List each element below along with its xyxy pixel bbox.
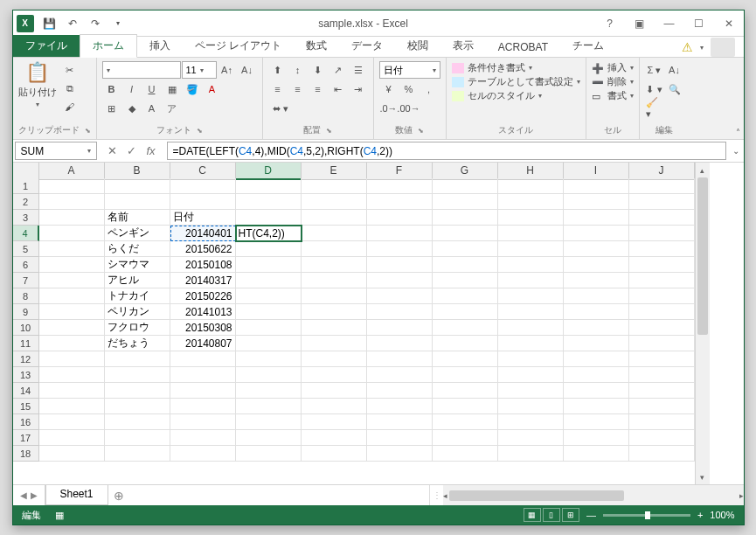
cell[interactable] <box>105 367 170 383</box>
align-top-icon[interactable]: ⬆ <box>268 61 288 79</box>
cell[interactable]: トナカイ <box>105 288 170 304</box>
find-icon[interactable]: 🔍 <box>665 80 684 98</box>
cut-icon[interactable]: ✂ <box>60 61 80 79</box>
cell[interactable]: 20150226 <box>170 288 236 304</box>
cell[interactable] <box>498 241 564 257</box>
decrease-font-icon[interactable]: A↓ <box>238 61 257 79</box>
cell[interactable] <box>367 210 433 226</box>
cell[interactable] <box>564 336 629 351</box>
cell[interactable] <box>629 273 695 288</box>
row-header[interactable]: 15 <box>13 399 39 414</box>
font-color-icon[interactable]: A <box>203 80 222 98</box>
column-header[interactable]: D <box>236 163 302 180</box>
cell[interactable] <box>367 194 433 210</box>
cell[interactable] <box>564 367 629 383</box>
cell[interactable] <box>433 336 498 351</box>
cell[interactable] <box>629 367 695 383</box>
cell[interactable] <box>629 210 695 226</box>
cell[interactable] <box>170 446 236 462</box>
cell[interactable] <box>367 383 433 399</box>
close-icon[interactable]: ✕ <box>714 13 744 34</box>
cell[interactable] <box>629 414 695 430</box>
cell[interactable] <box>498 351 564 367</box>
tab-acrobat[interactable]: ACROBAT <box>486 38 560 57</box>
cell[interactable] <box>629 320 695 336</box>
column-header[interactable]: E <box>302 163 367 180</box>
cell[interactable] <box>367 336 433 351</box>
cell[interactable] <box>302 194 367 210</box>
cell[interactable] <box>629 288 695 304</box>
zoom-level[interactable]: 100% <box>710 510 734 520</box>
column-header[interactable]: A <box>39 163 105 180</box>
cell[interactable] <box>629 336 695 351</box>
dialog-launcher-icon[interactable]: ⬊ <box>418 127 424 135</box>
cell[interactable] <box>564 178 629 194</box>
dialog-launcher-icon[interactable]: ⬊ <box>85 127 91 135</box>
currency-icon[interactable]: ¥ <box>379 80 399 98</box>
cell[interactable] <box>236 320 302 336</box>
cell[interactable] <box>367 320 433 336</box>
indent-increase-icon[interactable]: ⇥ <box>349 80 368 98</box>
row-header[interactable]: 11 <box>13 336 39 351</box>
cell[interactable]: ペンギン <box>105 226 170 241</box>
row-header[interactable]: 14 <box>13 383 39 399</box>
horizontal-scrollbar[interactable]: ◂ ▸ <box>443 485 743 505</box>
row-header[interactable]: 9 <box>13 304 39 320</box>
cell-styles-button[interactable]: セルのスタイル ▾ <box>452 89 580 102</box>
cell[interactable] <box>367 430 433 446</box>
scroll-thumb[interactable] <box>697 177 708 335</box>
scroll-up-icon[interactable]: ▴ <box>696 163 710 177</box>
cell[interactable] <box>367 367 433 383</box>
sheet-split-icon[interactable]: ⋮ <box>429 485 443 505</box>
borders-icon[interactable]: ⊞ <box>102 100 121 117</box>
cell[interactable] <box>39 241 105 257</box>
phonetic-icon[interactable]: ア <box>163 100 182 117</box>
cell[interactable] <box>39 430 105 446</box>
cell[interactable] <box>564 257 629 273</box>
cell[interactable] <box>564 399 629 414</box>
collapse-ribbon-icon[interactable]: ˄ <box>736 128 740 137</box>
cell[interactable] <box>236 304 302 320</box>
cell[interactable] <box>433 194 498 210</box>
scroll-down-icon[interactable]: ▾ <box>696 469 710 484</box>
row-header[interactable]: 3 <box>13 210 39 226</box>
number-format-select[interactable]: 日付▾ <box>379 61 440 79</box>
view-pagelayout-icon[interactable]: ▯ <box>543 508 560 522</box>
cell[interactable] <box>629 241 695 257</box>
cell[interactable] <box>433 414 498 430</box>
cell[interactable]: 日付 <box>170 210 236 226</box>
cell[interactable] <box>367 226 433 241</box>
user-icon[interactable] <box>711 38 735 57</box>
cell[interactable] <box>629 430 695 446</box>
clear-icon[interactable]: 🧹 ▾ <box>645 100 664 117</box>
cell[interactable] <box>564 288 629 304</box>
cell[interactable] <box>302 320 367 336</box>
tab-insert[interactable]: 挿入 <box>137 35 183 57</box>
cell[interactable] <box>170 414 236 430</box>
tab-file[interactable]: ファイル <box>13 35 80 57</box>
cell[interactable] <box>433 273 498 288</box>
cell[interactable] <box>105 351 170 367</box>
merge-icon[interactable]: ⬌ ▾ <box>268 100 293 117</box>
cell[interactable] <box>564 320 629 336</box>
cell[interactable] <box>564 226 629 241</box>
cell[interactable] <box>39 288 105 304</box>
cell[interactable] <box>629 178 695 194</box>
cell[interactable] <box>236 288 302 304</box>
cell[interactable] <box>170 430 236 446</box>
row-header[interactable]: 1 <box>13 178 39 194</box>
cell[interactable] <box>236 446 302 462</box>
cell[interactable] <box>302 336 367 351</box>
cell[interactable] <box>433 399 498 414</box>
name-box[interactable]: SUM ▾ <box>15 142 97 160</box>
row-header[interactable]: 2 <box>13 194 39 210</box>
macro-record-icon[interactable]: ▦ <box>55 510 64 521</box>
cell[interactable] <box>433 320 498 336</box>
chevron-down-icon[interactable]: ▾ <box>87 147 91 155</box>
cell[interactable]: だちょう <box>105 336 170 351</box>
cell[interactable]: 名前 <box>105 210 170 226</box>
cell[interactable]: 20141013 <box>170 304 236 320</box>
cell[interactable] <box>498 273 564 288</box>
cell[interactable] <box>367 178 433 194</box>
conditional-format-button[interactable]: 条件付き書式 ▾ <box>452 61 580 74</box>
